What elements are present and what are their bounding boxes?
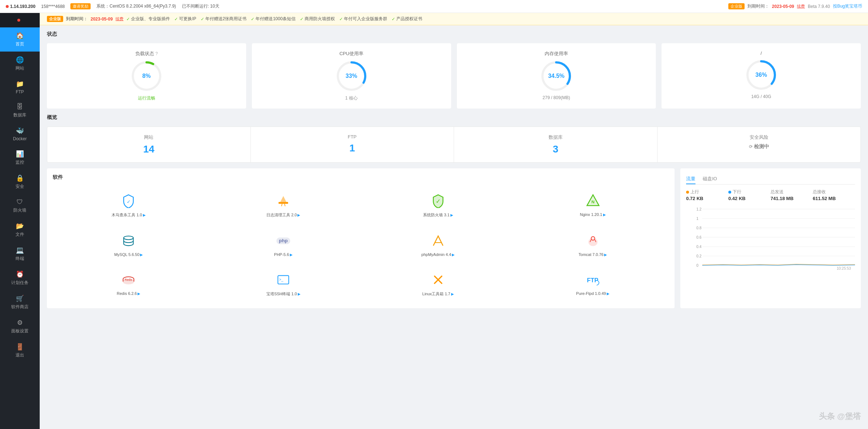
sidebar-item-防火墙[interactable]: 🛡 防火墙 bbox=[0, 194, 40, 218]
software-item-11[interactable]: FTP Pure-Ftpd 1.0.49 ▶ bbox=[517, 265, 669, 302]
topbar-user: 158****4688 bbox=[41, 4, 65, 9]
sidebar-label: 计划任务 bbox=[11, 280, 29, 286]
software-icon bbox=[275, 192, 292, 209]
content: 企业版 到期时间： 2023-05-09 续费 ✓企业版、专业版插件✓可更换IP… bbox=[40, 13, 868, 429]
sidebar-item-退出[interactable]: 🚪 退出 bbox=[0, 339, 40, 363]
software-panel: 软件 ✓ 木马查杀工具 1.0 ▶ 日志清理工具 2.0 ▶ ✓ 系统防火墙 3… bbox=[47, 168, 675, 308]
traffic-panel: 流量磁盘IO 上行 0.72 KB 下行 0.42 KB 总发送 741.18 … bbox=[680, 168, 861, 308]
notice-item: ✓可更换IP bbox=[174, 16, 196, 22]
traffic-stat-2: 总发送 741.18 MB bbox=[771, 189, 813, 201]
sidebar-label: 安全 bbox=[16, 183, 24, 190]
sidebar-item-终端[interactable]: 💻 终端 bbox=[0, 242, 40, 266]
software-icon bbox=[429, 232, 447, 249]
sidebar-label: 文件 bbox=[16, 231, 24, 238]
notice-item: ✓产品授权证书 bbox=[392, 16, 422, 22]
notice-item: ✓年付赠送1000条短信 bbox=[251, 16, 296, 22]
software-arrow: ▶ bbox=[607, 292, 610, 296]
topbar-expire-prefix: 到期时间： bbox=[747, 3, 769, 9]
sidebar-item-计划任务[interactable]: ⏰ 计划任务 bbox=[0, 266, 40, 290]
status-section-title: 状态 bbox=[47, 31, 861, 37]
sidebar-item-面板设置[interactable]: ⚙ 面板设置 bbox=[0, 314, 40, 339]
sidebar-label: 首页 bbox=[16, 41, 24, 47]
sidebar-icon: 🗄 bbox=[17, 103, 23, 111]
software-item-2[interactable]: ✓ 系统防火墙 3.1 ▶ bbox=[362, 186, 514, 224]
overview-card-0[interactable]: 网站 14 bbox=[47, 127, 251, 162]
info-icon[interactable]: ? bbox=[156, 51, 158, 56]
traffic-tab-1[interactable]: 磁盘IO bbox=[703, 174, 717, 184]
svg-text:✓: ✓ bbox=[436, 198, 441, 205]
overview-card-title: FTP bbox=[348, 134, 357, 140]
status-card-sub: 1 核心 bbox=[345, 95, 358, 101]
software-item-8[interactable]: Redis Redis 6.2.6 ▶ bbox=[53, 265, 205, 302]
sidebar-item-首页[interactable]: 🏠 首页 bbox=[0, 27, 40, 52]
overview-card-2[interactable]: 数据库 3 bbox=[454, 127, 658, 162]
topbar-renew-action[interactable]: 续费 bbox=[797, 4, 805, 9]
svg-text:0.4: 0.4 bbox=[696, 245, 702, 249]
software-item-6[interactable]: phpMyAdmin 4.4 ▶ bbox=[362, 226, 514, 262]
svg-text:0.6: 0.6 bbox=[696, 235, 702, 239]
software-arrow: ▶ bbox=[290, 253, 293, 257]
sidebar-icon: 📂 bbox=[16, 222, 24, 230]
sidebar-item-文件[interactable]: 📂 文件 bbox=[0, 218, 40, 242]
gauge-container: 8% bbox=[130, 60, 163, 92]
software-arrow: ▶ bbox=[603, 213, 606, 217]
traffic-stat-0: 上行 0.72 KB bbox=[686, 189, 728, 201]
sidebar-item-网站[interactable]: 🌐 网站 bbox=[0, 52, 40, 76]
status-card-title: 内存使用率 bbox=[545, 50, 568, 57]
topbar-version: Beta 7.9.40 bbox=[808, 4, 830, 9]
software-name: Tomcat 7.0.76 ▶ bbox=[579, 252, 607, 257]
sidebar-label: 数据库 bbox=[13, 112, 26, 118]
software-icon: ✓ bbox=[120, 192, 137, 209]
traffic-tab-0[interactable]: 流量 bbox=[686, 174, 695, 184]
overview-card-value: ⟳ 检测中 bbox=[749, 143, 769, 150]
software-name: 系统防火墙 3.1 ▶ bbox=[423, 212, 453, 218]
software-icon bbox=[120, 232, 137, 249]
software-item-4[interactable]: MySQL 5.6.50 ▶ bbox=[53, 226, 205, 262]
software-item-3[interactable]: N Nginx 1.20.1 ▶ bbox=[517, 186, 669, 224]
sidebar-item-Docker[interactable]: 🐳 Docker bbox=[0, 123, 40, 146]
overview-card-value: 3 bbox=[553, 143, 558, 155]
software-arrow: ▶ bbox=[140, 253, 143, 257]
software-arrow: ▶ bbox=[138, 292, 140, 296]
software-icon: >_ bbox=[275, 271, 292, 288]
sidebar-item-FTP[interactable]: 📁 FTP bbox=[0, 76, 40, 99]
software-grid: ✓ 木马查杀工具 1.0 ▶ 日志清理工具 2.0 ▶ ✓ 系统防火墙 3.1 … bbox=[53, 186, 669, 302]
software-icon bbox=[429, 271, 447, 288]
topbar-sys: 系统：CentOS 8.2.2004 x86_64(Py3.7.9) bbox=[96, 3, 176, 9]
software-name: PHP-5.6 ▶ bbox=[274, 252, 293, 257]
status-card-1: CPU使用率 33% 1 核心 bbox=[252, 43, 451, 109]
topbar: 1.14.193.200 158****4688 邀请奖励 系统：CentOS … bbox=[0, 0, 868, 13]
overview-section: 概览 网站 14 FTP 1 数据库 3 安全风险 ⟳ 检测中 bbox=[40, 114, 868, 168]
dot-up bbox=[686, 191, 689, 194]
software-item-1[interactable]: 日志清理工具 2.0 ▶ bbox=[208, 186, 359, 224]
sidebar-item-数据库[interactable]: 🗄 数据库 bbox=[0, 99, 40, 123]
sidebar-item-监控[interactable]: 📊 监控 bbox=[0, 146, 40, 170]
software-icon bbox=[584, 232, 602, 249]
sidebar-icon: 🛡 bbox=[17, 198, 23, 206]
software-name: 日志清理工具 2.0 ▶ bbox=[266, 212, 300, 218]
traffic-stat-value: 611.52 MB bbox=[813, 196, 855, 201]
sidebar-logo bbox=[0, 13, 40, 27]
notice-renew-link[interactable]: 续费 bbox=[115, 16, 123, 22]
svg-text:0.2: 0.2 bbox=[696, 254, 702, 258]
overview-card-1[interactable]: FTP 1 bbox=[251, 127, 454, 162]
sidebar-label: 监控 bbox=[16, 159, 24, 165]
software-item-5[interactable]: php PHP-5.6 ▶ bbox=[208, 226, 359, 262]
topbar-renew-badge[interactable]: 邀请奖励 bbox=[70, 3, 91, 9]
topbar-bug[interactable]: 投Bug奖宝塔币 bbox=[833, 3, 862, 9]
sidebar-label: 防火墙 bbox=[13, 207, 26, 213]
svg-text:php: php bbox=[279, 238, 288, 243]
status-row: 负载状态 ? 8% 运行流畅 CPU使用率 33% 1 核心 内存使用率 bbox=[47, 43, 861, 109]
sidebar-label: 软件商店 bbox=[11, 304, 29, 310]
software-item-7[interactable]: Tomcat 7.0.76 ▶ bbox=[517, 226, 669, 262]
traffic-stat-1: 下行 0.42 KB bbox=[728, 189, 771, 201]
sidebar-icon: 🛒 bbox=[16, 295, 24, 302]
overview-card-3[interactable]: 安全风险 ⟳ 检测中 bbox=[658, 127, 861, 162]
sidebar-item-软件商店[interactable]: 🛒 软件商店 bbox=[0, 290, 40, 314]
software-item-10[interactable]: Linux工具箱 1.7 ▶ bbox=[362, 265, 514, 302]
software-item-0[interactable]: ✓ 木马查杀工具 1.0 ▶ bbox=[53, 186, 205, 224]
sidebar-item-安全[interactable]: 🔒 安全 bbox=[0, 170, 40, 194]
software-item-9[interactable]: >_ 宝塔SSH终端 1.0 ▶ bbox=[208, 265, 359, 302]
svg-text:0: 0 bbox=[696, 264, 698, 267]
traffic-stat-3: 总接收 611.52 MB bbox=[813, 189, 855, 201]
